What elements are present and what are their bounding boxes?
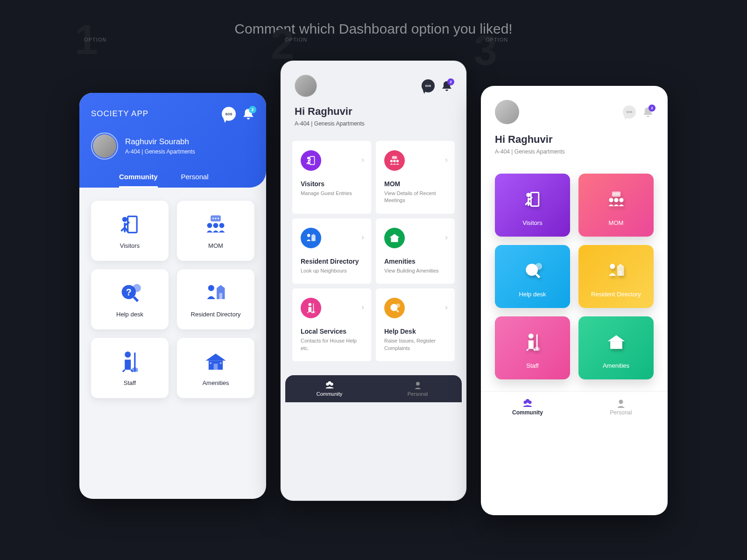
nav-label: Community (512, 409, 543, 416)
card-subtitle: View Details of Recent Meetings (384, 190, 446, 204)
card-mom[interactable]: ›MOMView Details of Recent Meetings (376, 141, 455, 214)
card-staff[interactable]: Staff (91, 338, 169, 398)
visitors-icon (521, 188, 544, 211)
card-amenities[interactable]: Amenities (177, 338, 254, 398)
directory-icon (301, 228, 321, 248)
visitors-icon (301, 150, 321, 171)
notification-badge: 2 (648, 105, 655, 112)
card-helpdesk[interactable]: Help desk (495, 245, 570, 308)
card-title: Resident Directory (301, 258, 363, 265)
amenities-icon (204, 350, 228, 374)
card-label: Staff (124, 379, 136, 386)
amenities-icon (605, 330, 628, 354)
nav-community[interactable]: Community (481, 399, 574, 416)
header: SOCIETY APP SOS 2 Raghuvir Sourabh A-404… (79, 93, 266, 188)
sos-icon: SOS (627, 111, 633, 113)
card-label: Amenities (603, 362, 629, 369)
option-2-wrap: 2 OPTION SOS 2 Hi Raghuvir A-404 | Genes… (280, 60, 467, 501)
option-1-wrap: 1 OPTION SOCIETY APP SOS 2 Raghuvir Sour… (79, 60, 266, 499)
card-label: Help desk (519, 291, 546, 298)
mom-icon (384, 150, 405, 171)
card-directory[interactable]: Resident Directory (177, 269, 254, 329)
tab-community[interactable]: Community (119, 173, 158, 188)
card-amenities[interactable]: ›AmenitiesView Building Amenities (376, 218, 455, 284)
card-label: Visitors (120, 242, 140, 249)
card-mom[interactable]: MOM (578, 174, 654, 237)
card-label: Resident Directory (191, 311, 241, 318)
card-visitors[interactable]: ›VisitorsManage Guest Entries (292, 141, 371, 214)
nav-personal[interactable]: Personal (574, 399, 668, 416)
card-subtitle: Contacts for House Help etc. (301, 337, 363, 352)
card-directory[interactable]: ›Resident DirectoryLook up Neighbours (292, 218, 371, 284)
page-title: Comment which Dashboard option you liked… (0, 0, 747, 37)
card-helpdesk[interactable]: Help desk (91, 269, 169, 329)
user-address: A-404 | Genesis Apartments (495, 148, 654, 155)
user-address: A-404 | Genesis Apartments (125, 148, 195, 155)
card-label: Staff (526, 362, 539, 369)
card-amenities[interactable]: Amenities (578, 316, 654, 379)
chevron-right-icon: › (445, 232, 448, 242)
phone-option-1: SOCIETY APP SOS 2 Raghuvir Sourabh A-404… (79, 93, 266, 499)
option-3-wrap: 3 OPTION SOS 2 Hi Raghuvir A-404 | Genes… (481, 60, 668, 515)
header: SOS 2 Hi Raghuvir A-404 | Genesis Apartm… (481, 86, 668, 162)
card-visitors[interactable]: Visitors (91, 201, 169, 261)
notifications-button[interactable]: 2 (441, 80, 452, 91)
card-helpdesk[interactable]: ›Help DeskRaise Issues, Register Complai… (376, 288, 455, 361)
sos-button[interactable]: SOS (222, 107, 236, 121)
card-services[interactable]: ›Local ServicesContacts for House Help e… (292, 288, 371, 361)
person-icon (615, 399, 627, 408)
card-label: Amenities (202, 379, 229, 386)
avatar-ring (91, 133, 118, 160)
sos-button[interactable]: SOS (623, 105, 636, 119)
card-label: MOM (208, 242, 223, 249)
greeting: Hi Raghuvir (495, 133, 654, 146)
tab-personal[interactable]: Personal (181, 173, 209, 188)
nav-personal[interactable]: Personal (374, 381, 462, 397)
notifications-button[interactable]: 2 (642, 106, 654, 118)
nav-label: Personal (610, 409, 632, 416)
avatar-icon[interactable] (495, 100, 519, 124)
card-title: Local Services (301, 328, 363, 335)
help-icon (118, 281, 142, 305)
nav-community[interactable]: Community (285, 381, 374, 397)
sos-icon: SOS (425, 84, 431, 87)
card-title: Amenities (384, 258, 446, 265)
card-visitors[interactable]: Visitors (495, 174, 570, 237)
card-mom[interactable]: MOM (177, 201, 254, 261)
community-icon (324, 381, 335, 389)
staff-icon (521, 330, 544, 354)
sos-button[interactable]: SOS (422, 79, 435, 92)
bottom-nav: Community Personal (481, 391, 668, 425)
avatar-icon[interactable] (295, 75, 317, 97)
card-subtitle: Manage Guest Entries (301, 190, 363, 197)
chevron-right-icon: › (361, 155, 364, 165)
notifications-button[interactable]: 2 (242, 108, 254, 120)
card-title: Help Desk (384, 328, 446, 335)
phone-option-3: SOS 2 Hi Raghuvir A-404 | Genesis Apartm… (481, 86, 668, 515)
card-label: Resident Directory (591, 291, 641, 298)
card-label: Visitors (522, 219, 542, 226)
directory-icon (204, 281, 228, 305)
option-label-1: OPTION (84, 37, 106, 42)
option-number-3: 3 (474, 27, 497, 75)
amenities-icon (384, 228, 405, 248)
card-staff[interactable]: Staff (495, 316, 570, 379)
mom-icon (605, 188, 628, 211)
card-label: Help desk (116, 311, 143, 318)
help-icon (384, 298, 405, 318)
community-icon (522, 399, 533, 408)
nav-label: Community (317, 391, 343, 397)
user-profile[interactable]: Raghuvir Sourabh A-404 | Genesis Apartme… (91, 133, 254, 160)
staff-icon (118, 350, 142, 374)
nav-label: Personal (408, 391, 428, 397)
notification-badge: 2 (447, 78, 454, 85)
chevron-right-icon: › (445, 155, 448, 165)
card-label: MOM (609, 219, 624, 226)
notification-badge: 2 (249, 106, 256, 113)
directory-icon (605, 259, 628, 282)
user-address: A-404 | Genesis Apartments (295, 120, 452, 127)
card-subtitle: Look up Neighbours (301, 267, 363, 274)
option-label-2: OPTION (285, 37, 307, 42)
sos-icon: SOS (226, 112, 233, 116)
card-directory[interactable]: Resident Directory (578, 245, 654, 308)
